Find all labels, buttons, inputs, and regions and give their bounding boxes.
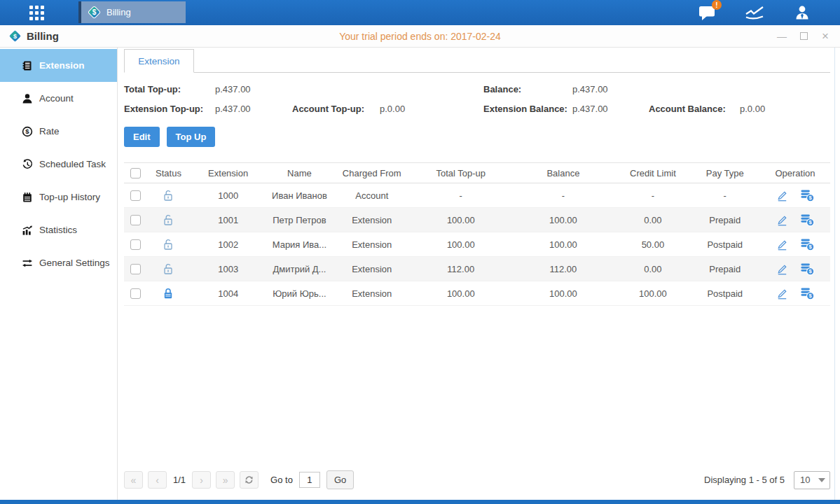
next-page-button[interactable]: ›	[192, 471, 211, 489]
sidebar-item-account[interactable]: Account	[0, 82, 117, 115]
user-account-button[interactable]	[791, 3, 813, 22]
row-checkbox[interactable]	[130, 239, 141, 250]
first-page-button[interactable]: «	[124, 471, 143, 489]
maximize-icon	[800, 32, 808, 40]
row-checkbox[interactable]	[130, 215, 141, 225]
cell-extension: 1000	[190, 190, 267, 201]
top-up-row-icon[interactable]: $	[800, 262, 815, 276]
table-header: Status Extension Name Charged From Total…	[124, 162, 830, 183]
sidebar-item-general-settings[interactable]: General Settings	[0, 246, 117, 279]
cell-total-topup: 100.00	[411, 288, 510, 299]
extension-icon	[21, 59, 33, 71]
select-all-checkbox[interactable]	[130, 168, 141, 178]
edit-row-icon[interactable]	[776, 262, 789, 276]
unlocked-icon[interactable]	[163, 238, 174, 251]
window-title: Billing	[27, 30, 59, 42]
cell-balance: 100.00	[510, 288, 616, 299]
cell-pay-type: -	[689, 190, 760, 201]
sidebar-item-rate[interactable]: $ Rate	[0, 115, 117, 148]
prev-page-button[interactable]: ‹	[148, 471, 167, 489]
cell-charged-from: Extension	[332, 215, 411, 225]
edit-row-icon[interactable]	[776, 214, 789, 227]
resource-monitor-button[interactable]	[743, 3, 766, 22]
cell-name: Петр Петров	[267, 215, 333, 225]
sidebar-item-statistics[interactable]: Statistics	[0, 214, 117, 246]
taskbar-item-billing[interactable]: $ Billing	[78, 1, 186, 23]
sidebar-item-extension[interactable]: Extension	[0, 49, 117, 82]
topup-history-icon	[21, 191, 33, 203]
cell-pay-type: Prepaid	[689, 215, 760, 225]
table-row: 1001 Петр Петров Extension 100.00 100.00…	[124, 208, 830, 232]
page-size-select[interactable]: 10	[794, 471, 830, 489]
pagination-bar: « ‹ 1/1 › » Go to Go Displaying	[124, 463, 830, 500]
extension-topup-value: p.437.00	[215, 104, 251, 114]
cell-balance: 112.00	[510, 264, 616, 274]
refresh-button[interactable]	[240, 471, 259, 489]
sidebar-item-label: Scheduled Task	[39, 159, 106, 169]
svg-text:$: $	[92, 8, 97, 16]
unlocked-icon[interactable]	[163, 189, 174, 202]
cell-pay-type: Postpaid	[689, 239, 760, 250]
account-topup-label: Account Top-up:	[292, 104, 380, 114]
cell-extension: 1003	[190, 264, 267, 274]
cell-name: Мария Ива...	[267, 239, 333, 250]
action-buttons: Edit Top Up	[124, 127, 830, 147]
person-icon	[794, 4, 811, 21]
account-icon	[21, 92, 33, 104]
cell-balance: -	[510, 190, 616, 201]
cell-credit-limit: 0.00	[617, 264, 690, 274]
maximize-button[interactable]	[799, 31, 808, 41]
top-up-row-icon[interactable]: $	[800, 189, 815, 202]
cell-balance: 100.00	[510, 239, 616, 250]
top-up-row-icon[interactable]: $	[800, 238, 815, 251]
edit-button[interactable]: Edit	[124, 127, 160, 147]
tab-extension[interactable]: Extension	[124, 49, 194, 73]
cell-charged-from: Extension	[332, 288, 411, 299]
goto-page-input[interactable]	[299, 472, 320, 488]
app-launcher-button[interactable]	[0, 0, 73, 25]
sidebar-item-label: Extension	[39, 60, 85, 71]
row-checkbox[interactable]	[130, 288, 141, 299]
sidebar-item-label: General Settings	[39, 258, 110, 268]
close-button[interactable]: ×	[820, 31, 830, 41]
cell-extension: 1004	[190, 288, 267, 299]
table-row: 1000 Иван Иванов Account - - - -	[124, 183, 830, 208]
column-header-total-topup: Total Top-up	[411, 168, 510, 178]
cell-pay-type: Prepaid	[689, 264, 760, 274]
locked-icon[interactable]	[163, 287, 174, 300]
edit-row-icon[interactable]	[776, 189, 789, 202]
go-button[interactable]: Go	[326, 470, 354, 489]
cell-charged-from: Extension	[332, 239, 411, 250]
cell-balance: 100.00	[510, 215, 616, 225]
cell-pay-type: Postpaid	[689, 288, 760, 299]
column-header-extension: Extension	[190, 168, 267, 178]
column-header-status: Status	[147, 168, 189, 178]
cell-name: Дмитрий Д...	[267, 264, 333, 274]
edit-row-icon[interactable]	[776, 287, 789, 300]
window-billing-icon: $	[8, 29, 22, 43]
cell-total-topup: 100.00	[411, 239, 510, 250]
unlocked-icon[interactable]	[163, 262, 174, 275]
cell-credit-limit: 50.00	[617, 239, 690, 250]
topbar-right-icons: !	[696, 0, 840, 25]
refresh-icon	[244, 475, 254, 485]
row-checkbox[interactable]	[130, 190, 141, 201]
cell-name: Юрий Юрь...	[267, 288, 333, 299]
app-grid-icon	[29, 6, 44, 20]
last-page-button[interactable]: »	[216, 471, 235, 489]
notifications-button[interactable]: !	[696, 3, 718, 22]
general-settings-icon	[21, 257, 33, 269]
top-up-button[interactable]: Top Up	[167, 127, 216, 147]
cell-total-topup: 112.00	[411, 264, 510, 274]
row-checkbox[interactable]	[130, 264, 141, 274]
minimize-button[interactable]: —	[777, 31, 787, 41]
sidebar-item-scheduled-task[interactable]: Scheduled Task	[0, 148, 117, 181]
sidebar-item-topup-history[interactable]: Top-up History	[0, 181, 117, 214]
desktop-bottom-strip	[0, 500, 840, 504]
top-up-row-icon[interactable]: $	[800, 214, 815, 227]
cell-extension: 1002	[190, 239, 267, 250]
top-up-row-icon[interactable]: $	[800, 287, 815, 300]
edit-row-icon[interactable]	[776, 238, 789, 251]
unlocked-icon[interactable]	[163, 214, 174, 226]
billing-diamond-icon: $	[87, 5, 102, 20]
